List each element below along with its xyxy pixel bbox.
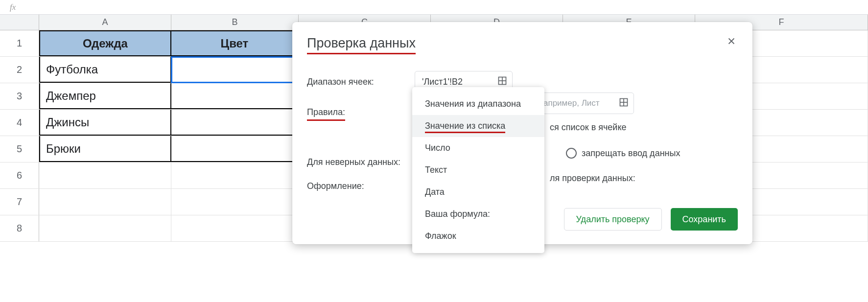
radio-reject-input[interactable]: запрещать ввод данных [566,148,680,159]
grid-select-icon[interactable] [497,76,507,88]
cell-B6[interactable] [171,163,299,188]
close-icon[interactable] [726,36,738,47]
cell-B8[interactable] [171,215,299,241]
dropdown-item-date[interactable]: Дата [412,181,544,203]
dropdown-item-list[interactable]: Значение из списка [412,115,544,137]
dropdown-item-list-text: Значение из списка [425,121,505,133]
cell-A6[interactable] [39,163,171,188]
row-header-7[interactable]: 7 [0,189,39,215]
formula-bar: fx [0,0,868,15]
col-header-A[interactable]: A [39,15,171,30]
row-header-2[interactable]: 2 [0,57,39,83]
delete-validation-button[interactable]: Удалить проверку [564,208,662,231]
row-header-6[interactable]: 6 [0,163,39,188]
range-value: 'Лист1'!B2 [422,77,463,87]
select-all-corner[interactable] [0,15,39,30]
cell-B3[interactable] [171,83,299,109]
cell-B1[interactable]: Цвет [171,30,299,56]
rule-range-placeholder: апример, Лист [543,98,600,108]
dialog-title: Проверка данных [307,36,738,54]
fx-icon: fx [10,2,16,12]
dropdown-item-number[interactable]: Число [412,137,544,159]
dropdown-item-formula[interactable]: Ваша формула: [412,203,544,225]
cell-B7[interactable] [171,189,299,215]
radio-icon [566,148,577,159]
save-button[interactable]: Сохранить [671,208,738,231]
dropdown-item-text[interactable]: Текст [412,159,544,181]
row-header-4[interactable]: 4 [0,110,39,136]
grid-select-icon[interactable] [619,97,629,110]
cell-A7[interactable] [39,189,171,215]
rules-dropdown: Значения из диапазона Значение из списка… [412,87,544,253]
cell-A5[interactable]: Брюки [39,136,171,162]
row-header-5[interactable]: 5 [0,136,39,162]
dropdown-item-range[interactable]: Значения из диапазона [412,93,544,115]
dialog-title-text: Проверка данных [307,36,416,54]
cell-A1[interactable]: Одежда [39,30,171,56]
col-header-B[interactable]: B [171,15,299,30]
dropdown-item-checkbox[interactable]: Флажок [412,225,544,247]
cell-B5[interactable] [171,136,299,162]
rules-label-text: Правила: [307,107,345,121]
cell-A3[interactable]: Джемпер [39,83,171,109]
cell-A2[interactable]: Футболка [39,57,171,83]
row-header-3[interactable]: 3 [0,83,39,109]
rules-label: Правила: [307,107,415,121]
range-label: Диапазон ячеек: [307,77,415,87]
radio-label: запрещать ввод данных [582,148,680,159]
show-list-checkbox-label: ся список в ячейке [550,122,626,133]
dialog-buttons: Удалить проверку Сохранить [564,208,738,231]
appearance-label: Оформление: [307,181,415,191]
cell-A4[interactable]: Джинсы [39,110,171,136]
cell-B2[interactable] [171,57,299,83]
rule-range-input[interactable]: апример, Лист [536,93,634,114]
invalid-data-label: Для неверных данных: [307,157,400,167]
row-header-8[interactable]: 8 [0,215,39,241]
cell-B4[interactable] [171,110,299,136]
cell-A8[interactable] [39,215,171,241]
row-header-1[interactable]: 1 [0,30,39,56]
validation-help-text: ля проверки данных: [550,173,635,184]
